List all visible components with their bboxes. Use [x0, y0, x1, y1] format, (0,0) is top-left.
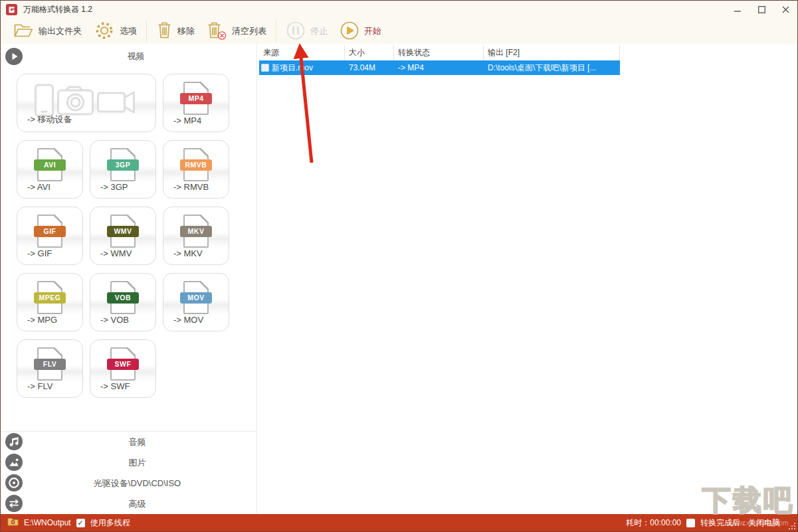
app-window: 万能格式转换器 1.2 输出文件夹 选项 移除 — [0, 0, 798, 532]
format-badge: 3GP — [107, 159, 139, 171]
format-badge: MKV — [180, 226, 212, 237]
cell-size: 73.04M — [345, 63, 394, 72]
format-card-label: -> 3GP — [100, 182, 128, 192]
file-doc-icon: MPEG — [37, 281, 62, 314]
format-badge: MPEG — [34, 292, 66, 304]
format-badge: FLV — [34, 359, 66, 370]
pause-icon — [286, 21, 306, 43]
column-output[interactable]: 输出 [F2] — [484, 45, 620, 60]
disc-circle-icon — [5, 474, 23, 491]
toolbar: 输出文件夹 选项 移除 清空列表 停止 — [1, 19, 797, 44]
play-icon — [340, 21, 359, 43]
main-area: 视频 -> 移动设备 MP4 -> MP4 AVI -> AVI — [1, 44, 797, 514]
section-image-label: 图片 — [1, 452, 256, 473]
column-size[interactable]: 大小 — [345, 45, 394, 60]
format-card-gif[interactable]: GIF -> GIF — [17, 207, 83, 265]
format-card-label: -> WMV — [100, 248, 132, 258]
section-video-label: 视频 — [1, 46, 256, 66]
clear-list-button[interactable]: 清空列表 — [201, 19, 272, 43]
trash-clear-icon — [207, 20, 227, 43]
multithread-checkbox[interactable] — [76, 519, 85, 527]
format-card-mov[interactable]: MOV -> MOV — [163, 273, 229, 331]
maximize-icon[interactable] — [749, 1, 773, 19]
multithread-label[interactable]: 使用多线程 — [90, 517, 130, 529]
remove-button[interactable]: 移除 — [150, 19, 201, 43]
statusbar: E:\WNOutput 使用多线程 耗时：00:00:00 转换完成后：关闭电脑 — [1, 514, 797, 531]
format-card-label: -> 移动设备 — [27, 114, 72, 126]
file-doc-icon: SWF — [110, 347, 136, 381]
format-card-label: -> FLV — [27, 381, 52, 391]
start-label: 开始 — [364, 25, 381, 37]
play-circle-icon — [5, 48, 23, 65]
format-card-swf[interactable]: SWF -> SWF — [90, 339, 156, 398]
close-icon[interactable] — [773, 1, 797, 19]
table-row[interactable]: 新项目.mov 73.04M -> MP4 D:\tools\桌面\下载吧\新项… — [259, 60, 620, 75]
section-disc[interactable]: 光驱设备\DVD\CD\ISO — [1, 473, 256, 493]
format-card-rmvb[interactable]: RMVB -> RMVB — [163, 140, 229, 199]
format-card-avi[interactable]: AVI -> AVI — [17, 140, 83, 199]
format-card-3gp[interactable]: 3GP -> 3GP — [90, 140, 156, 199]
format-card-wmv[interactable]: WMV -> WMV — [90, 207, 156, 265]
format-badge: AVI — [34, 159, 66, 171]
folder-icon — [13, 22, 34, 41]
file-thumb-icon — [261, 64, 269, 72]
video-format-cards: -> 移动设备 MP4 -> MP4 AVI -> AVI 3GP -> 3GP… — [17, 74, 237, 398]
section-disc-label: 光驱设备\DVD\CD\ISO — [1, 473, 256, 493]
window-controls — [726, 1, 797, 19]
section-advanced[interactable]: 高级 — [1, 493, 256, 514]
output-folder-label: 输出文件夹 — [39, 25, 82, 37]
minimize-icon[interactable] — [726, 1, 749, 19]
format-card-label: -> GIF — [27, 248, 52, 258]
format-badge: RMVB — [180, 159, 212, 171]
cell-status: -> MP4 — [394, 63, 484, 72]
file-doc-icon: MOV — [183, 281, 209, 314]
elapsed-time: 耗时：00:00:00 — [626, 517, 681, 529]
table-header: 来源 大小 转换状态 输出 [F2] — [259, 45, 620, 60]
format-card-label: -> MOV — [173, 315, 203, 325]
format-badge: SWF — [107, 359, 139, 370]
section-advanced-label: 高级 — [1, 493, 256, 514]
stop-button[interactable]: 停止 — [280, 19, 334, 43]
format-card-label: -> VOB — [100, 315, 129, 325]
format-badge: WMV — [107, 226, 139, 237]
format-card-mp4[interactable]: MP4 -> MP4 — [163, 74, 229, 132]
file-doc-icon: GIF — [37, 215, 62, 248]
output-folder-button[interactable]: 输出文件夹 — [7, 19, 88, 43]
format-card-vob[interactable]: VOB -> VOB — [90, 273, 156, 331]
column-status[interactable]: 转换状态 — [394, 45, 484, 60]
file-doc-icon: FLV — [37, 347, 62, 381]
resize-grip-icon[interactable] — [788, 522, 795, 529]
start-button[interactable]: 开始 — [334, 19, 387, 43]
category-sections: 音频 图片 光驱设备\DVD\CD\ISO — [1, 431, 256, 514]
output-path[interactable]: E:\WNOutput — [24, 518, 71, 527]
shutdown-after-checkbox[interactable] — [686, 519, 695, 527]
shutdown-after-label[interactable]: 转换完成后：关闭电脑 — [700, 517, 780, 529]
titlebar: 万能格式转换器 1.2 — [1, 1, 797, 19]
format-card-mkv[interactable]: MKV -> MKV — [163, 207, 229, 265]
app-logo-icon — [6, 4, 17, 15]
options-label: 选项 — [120, 25, 137, 37]
format-card-label: -> MKV — [173, 248, 203, 258]
format-card-mpg[interactable]: MPEG -> MPG — [17, 273, 83, 331]
file-doc-icon: MP4 — [183, 82, 209, 115]
format-card-mobile[interactable]: -> 移动设备 — [17, 74, 156, 132]
toolbar-separator — [146, 20, 147, 43]
format-badge: MOV — [180, 292, 212, 304]
format-card-flv[interactable]: FLV -> FLV — [17, 339, 83, 398]
section-image[interactable]: 图片 — [1, 452, 256, 473]
file-doc-icon: MKV — [183, 215, 209, 248]
trash-icon — [156, 20, 173, 43]
format-card-label: -> RMVB — [173, 182, 209, 192]
clear-list-label: 清空列表 — [232, 25, 266, 37]
statusbar-right: 耗时：00:00:00 转换完成后：关闭电脑 — [626, 517, 780, 529]
format-sidebar: 视频 -> 移动设备 MP4 -> MP4 AVI -> AVI — [1, 44, 257, 514]
section-audio[interactable]: 音频 — [1, 432, 256, 452]
column-source[interactable]: 来源 — [259, 45, 345, 60]
toolbar-separator — [276, 20, 276, 43]
file-doc-icon: 3GP — [110, 148, 136, 181]
file-doc-icon: AVI — [37, 148, 62, 181]
options-button[interactable]: 选项 — [88, 19, 143, 43]
cell-source: 新项目.mov — [259, 62, 345, 74]
section-video[interactable]: 视频 — [1, 46, 256, 66]
output-path-folder-icon — [7, 517, 19, 529]
